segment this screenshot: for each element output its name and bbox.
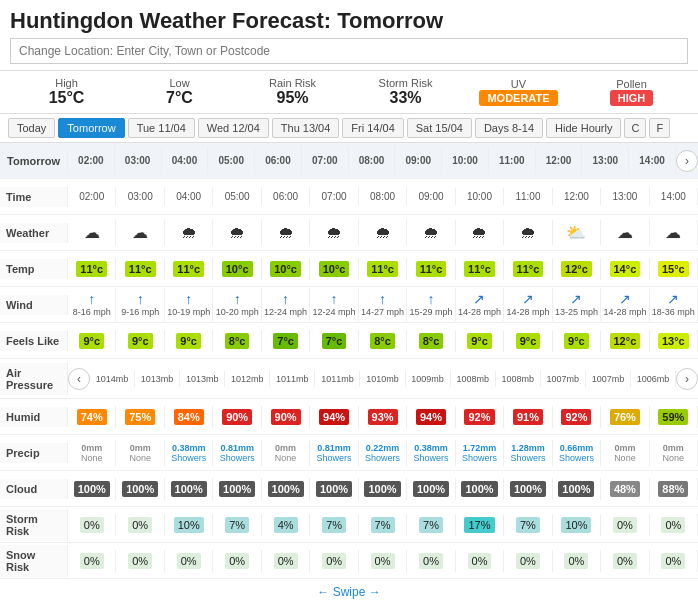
table-cell: ☁ [650,220,698,245]
table-cell: 07:00 [302,148,349,174]
table-cell: 12:00 [536,148,583,174]
table-cell: 0mmNone [601,440,649,466]
rain-summary: Rain Risk 95% [236,77,349,107]
next-arrow[interactable]: › [676,150,698,172]
table-cell: 0% [456,550,504,572]
table-cell: 75% [116,406,164,428]
table-cell: 1011mb [270,371,315,387]
nav-fri[interactable]: Fri 14/04 [342,118,403,138]
table-cell: 1.28mmShowers [504,440,552,466]
table-cell: 12:00 [553,188,601,205]
table-cell: 06:00 [262,188,310,205]
table-cell: 11:00 [489,148,536,174]
low-summary: Low 7°C [123,77,236,107]
next-arrow-2[interactable]: › [676,368,698,390]
table-cell: 0% [68,514,116,536]
table-cell: 10°c [310,258,358,280]
table-cell: 8°c [213,330,261,352]
tomorrow-section-label: Tomorrow [0,151,68,171]
low-label: Low [123,77,236,89]
table-cell: 84% [165,406,213,428]
table-cell: 0% [359,550,407,572]
table-cell: ↑9-16 mph [116,288,164,321]
header-row: Tomorrow 02:0003:0004:0005:0006:0007:000… [0,143,698,179]
table-cell: ☁ [601,220,649,245]
table-cell: 7°c [310,330,358,352]
table-cell: 09:00 [407,188,455,205]
table-cell: 03:00 [116,188,164,205]
table-cell: 9°c [456,330,504,352]
table-cell: 90% [213,406,261,428]
table-cell: 11°c [504,258,552,280]
nav-fahrenheit[interactable]: F [649,118,670,138]
table-cell: 🌧 [504,220,552,245]
table-cell: 10:00 [442,148,489,174]
cloud-row: Cloud 100%100%100%100%100%100%100%100%10… [0,471,698,507]
table-cell: 0% [262,550,310,572]
table-cell: 7% [504,514,552,536]
nav-tomorrow[interactable]: Tomorrow [58,118,124,138]
table-cell: 7% [359,514,407,536]
nav-thu[interactable]: Thu 13/04 [272,118,340,138]
time-row: Time 02:0003:0004:0005:0006:0007:0008:00… [0,179,698,215]
table-cell: 1013mb [180,371,225,387]
high-label: High [10,77,123,89]
table-cell: 0mmNone [650,440,698,466]
nav-sat[interactable]: Sat 15/04 [407,118,472,138]
cloud-row-label: Cloud [0,479,68,499]
summary-bar: High 15°C Low 7°C Rain Risk 95% Storm Ri… [0,70,698,114]
table-cell: 0% [68,550,116,572]
pollen-label: Pollen [575,78,688,90]
table-cell: ⛅ [553,220,601,245]
table-cell: 14:00 [650,188,698,205]
table-cell: 🌧 [456,220,504,245]
wind-row: Wind ↑8-16 mph↑9-16 mph↑10-19 mph↑10-20 … [0,287,698,323]
table-cell: 12°c [601,330,649,352]
table-cell: 91% [504,406,552,428]
table-cell: 11°c [68,258,116,280]
table-cell: ↑12-24 mph [262,288,310,321]
table-cell: 4% [262,514,310,536]
nav-wed[interactable]: Wed 12/04 [198,118,269,138]
table-cell: 09:00 [395,148,442,174]
table-cell: 0% [601,550,649,572]
table-cell: 100% [504,478,552,500]
table-cell: 7% [213,514,261,536]
table-cell: 🌧 [262,220,310,245]
table-cell: ↑12-24 mph [310,288,358,321]
nav-celsius[interactable]: C [624,118,646,138]
nav-today[interactable]: Today [8,118,55,138]
prev-arrow[interactable]: ‹ [68,368,90,390]
table-cell: 94% [407,406,455,428]
table-cell: 07:00 [310,188,358,205]
table-cell: 8°c [407,330,455,352]
table-cell: 15°c [650,258,698,280]
table-cell: 10% [165,514,213,536]
table-cell: 1012mb [225,371,270,387]
table-cell: 0% [504,550,552,572]
weather-row: Weather ☁☁🌧🌧🌧🌧🌧🌧🌧🌧⛅☁☁ [0,215,698,251]
location-input[interactable] [10,38,688,64]
table-cell: 100% [68,478,116,500]
table-cell: 0.38mmShowers [165,440,213,466]
table-cell: 05:00 [213,188,261,205]
table-cell: 0% [650,514,698,536]
uv-summary: UV MODERATE [462,78,575,106]
table-cell: 90% [262,406,310,428]
table-cell: 76% [601,406,649,428]
table-cell: 0% [650,550,698,572]
table-cell: 92% [456,406,504,428]
nav-tue[interactable]: Tue 11/04 [128,118,195,138]
table-cell: ↑8-16 mph [68,288,116,321]
nav-days[interactable]: Days 8-14 [475,118,543,138]
storm-risk-row: Storm Risk 0%0%10%7%4%7%7%7%17%7%10%0%0% [0,507,698,543]
table-cell: 0% [310,550,358,572]
nav-hide-hourly[interactable]: Hide Hourly [546,118,621,138]
table-cell: 1007mb [586,371,631,387]
storm-value: 33% [349,89,462,107]
wind-row-label: Wind [0,295,68,315]
table-cell: 14°c [601,258,649,280]
table-cell: 11°c [407,258,455,280]
table-cell: 10°c [213,258,261,280]
table-cell: 02:00 [68,188,116,205]
